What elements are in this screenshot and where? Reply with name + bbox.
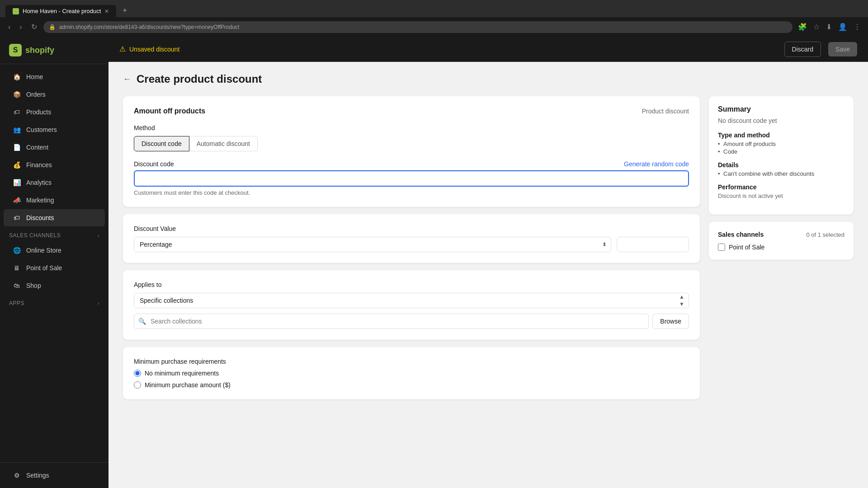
settings-icon: ⚙: [13, 471, 21, 479]
type-method-section: Type and method Amount off products Code: [718, 131, 844, 155]
sidebar-item-pos[interactable]: 🖥 Point of Sale: [4, 259, 105, 277]
shop-icon: 🛍: [13, 282, 21, 290]
sidebar-item-customers[interactable]: 👥 Customers: [4, 121, 105, 138]
discount-code-tab[interactable]: Discount code: [134, 136, 189, 151]
percentage-value-input[interactable]: [617, 237, 689, 252]
no-minimum-radio[interactable]: [134, 370, 141, 377]
main-content: ← Create product discount Amount off pro…: [108, 62, 868, 488]
tab-label: Home Haven - Create product: [23, 8, 101, 14]
sales-channels-card: Sales channels 0 of 1 selected Point of …: [709, 222, 854, 260]
performance-title: Performance: [718, 183, 844, 191]
page-title: Create product discount: [137, 73, 262, 85]
sidebar-item-online-store[interactable]: 🌐 Online Store: [4, 242, 105, 259]
refresh-button[interactable]: ↻: [28, 21, 40, 33]
menu-icon[interactable]: ⋮: [852, 21, 863, 33]
no-minimum-option[interactable]: No minimum requirements: [134, 370, 689, 377]
warning-icon: ⚠: [119, 45, 126, 53]
minimum-amount-radio[interactable]: [134, 381, 141, 389]
new-tab-button[interactable]: +: [118, 4, 208, 17]
right-column: Summary No discount code yet Type and me…: [709, 96, 854, 260]
sales-channels-header: Sales channels 0 of 1 selected: [718, 231, 844, 238]
performance-section: Performance Discount is not active yet: [718, 183, 844, 199]
sidebar: S shopify 🏠 Home 📦 Orders 🏷 Products 👥 C…: [0, 37, 108, 488]
amount-off-card: Amount off products Product discount Met…: [123, 96, 700, 207]
forward-button[interactable]: ›: [17, 21, 24, 33]
address-bar[interactable]: 🔒 admin.shopify.com/store/de8143-a6/disc…: [43, 21, 793, 33]
discounts-icon: 🏷: [13, 214, 21, 222]
sidebar-item-discounts[interactable]: 🏷 Discounts: [4, 209, 105, 226]
shopify-logo: S shopify: [9, 44, 54, 56]
generate-random-link[interactable]: Generate random code: [624, 160, 689, 168]
sidebar-item-orders[interactable]: 📦 Orders: [4, 86, 105, 103]
analytics-icon: 📊: [13, 178, 21, 187]
apps-arrow[interactable]: ›: [98, 301, 99, 306]
code-hint: Customers must enter this code at checko…: [134, 189, 689, 196]
discount-code-field-row: Discount code Generate random code: [134, 160, 689, 168]
top-header: ⚠ Unsaved discount Discard Save: [108, 37, 868, 62]
pos-checkbox-item[interactable]: Point of Sale: [718, 244, 844, 251]
card-subtitle: Product discount: [642, 108, 689, 115]
star-icon[interactable]: ☆: [811, 21, 821, 33]
pos-checkbox[interactable]: [718, 244, 725, 251]
shopify-icon: S: [9, 44, 22, 56]
sidebar-item-products[interactable]: 🏷 Products: [4, 103, 105, 121]
sidebar-item-content[interactable]: 📄 Content: [4, 139, 105, 156]
discount-value-row: Percentage ⬍ %: [134, 237, 689, 252]
discount-value-label: Discount Value: [134, 225, 689, 232]
minimum-purchase-label: Minimum purchase requirements: [134, 358, 689, 365]
sidebar-item-analytics[interactable]: 📊 Analytics: [4, 174, 105, 191]
applies-to-select[interactable]: Specific collections: [134, 293, 689, 308]
lock-icon: 🔒: [49, 24, 56, 30]
minimum-purchase-card: Minimum purchase requirements No minimum…: [123, 347, 700, 399]
sidebar-item-settings[interactable]: ⚙ Settings: [4, 467, 105, 484]
card-header: Amount off products Product discount: [134, 107, 689, 115]
sidebar-item-home[interactable]: 🏠 Home: [4, 68, 105, 85]
header-warning: ⚠ Unsaved discount: [119, 45, 179, 53]
discount-code-input[interactable]: [134, 170, 689, 187]
back-arrow[interactable]: ←: [123, 75, 131, 84]
percentage-select-wrapper: Percentage ⬍: [134, 237, 611, 252]
sales-channels-title: Sales channels: [718, 231, 764, 238]
pos-label: Point of Sale: [729, 244, 764, 251]
applies-to-label: Applies to: [134, 281, 689, 288]
performance-text: Discount is not active yet: [718, 192, 844, 199]
summary-title: Summary: [718, 105, 844, 113]
tab-close-button[interactable]: ✕: [104, 8, 109, 14]
home-icon: 🏠: [13, 73, 21, 81]
sales-channels-arrow[interactable]: ›: [98, 233, 99, 238]
save-button[interactable]: Save: [828, 42, 857, 56]
sidebar-item-finances[interactable]: 💰 Finances: [4, 156, 105, 174]
finances-icon: 💰: [13, 161, 21, 169]
sidebar-bottom: ⚙ Settings: [0, 462, 108, 488]
applies-to-select-wrapper: Specific collections ▲▼: [134, 293, 689, 308]
orders-icon: 📦: [13, 90, 21, 99]
details-item-1: Can't combine with other discounts: [718, 170, 844, 177]
search-collections-input[interactable]: [134, 314, 649, 329]
summary-card: Summary No discount code yet Type and me…: [709, 96, 854, 215]
sidebar-item-shop[interactable]: 🛍 Shop: [4, 277, 105, 294]
discard-button[interactable]: Discard: [784, 42, 821, 57]
sales-channels-count: 0 of 1 selected: [806, 231, 844, 238]
extensions-icon[interactable]: 🧩: [796, 21, 809, 33]
type-method-title: Type and method: [718, 131, 844, 139]
search-input-wrapper: 🔍: [134, 314, 649, 329]
percentage-select[interactable]: Percentage: [134, 237, 611, 252]
method-label: Method: [134, 124, 689, 131]
sidebar-nav: 🏠 Home 📦 Orders 🏷 Products 👥 Customers 📄…: [0, 64, 108, 462]
sales-channels-section: Sales channels ›: [0, 227, 108, 241]
radio-group: No minimum requirements Minimum purchase…: [134, 370, 689, 389]
search-icon: 🔍: [138, 318, 146, 325]
applies-to-card: Applies to Specific collections ▲▼ 🔍: [123, 270, 700, 340]
warning-text: Unsaved discount: [129, 46, 179, 53]
download-icon[interactable]: ⬇: [824, 21, 834, 33]
sidebar-item-marketing[interactable]: 📣 Marketing: [4, 192, 105, 209]
page-header: ← Create product discount: [123, 73, 854, 85]
marketing-icon: 📣: [13, 196, 21, 204]
automatic-discount-tab[interactable]: Automatic discount: [189, 136, 258, 151]
browse-button[interactable]: Browse: [652, 314, 689, 329]
percentage-value-input-wrapper: %: [617, 237, 689, 252]
profile-icon[interactable]: 👤: [836, 21, 849, 33]
back-button[interactable]: ‹: [5, 21, 13, 33]
active-tab[interactable]: Home Haven - Create product ✕: [5, 5, 116, 17]
minimum-amount-option[interactable]: Minimum purchase amount ($): [134, 381, 689, 389]
